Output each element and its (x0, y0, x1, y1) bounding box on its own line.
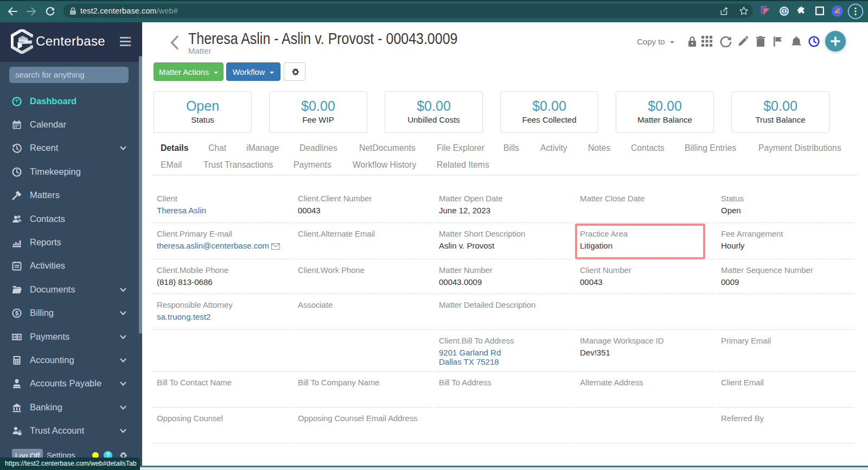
svg-text:$: $ (16, 335, 18, 339)
svg-text:$: $ (15, 310, 18, 316)
